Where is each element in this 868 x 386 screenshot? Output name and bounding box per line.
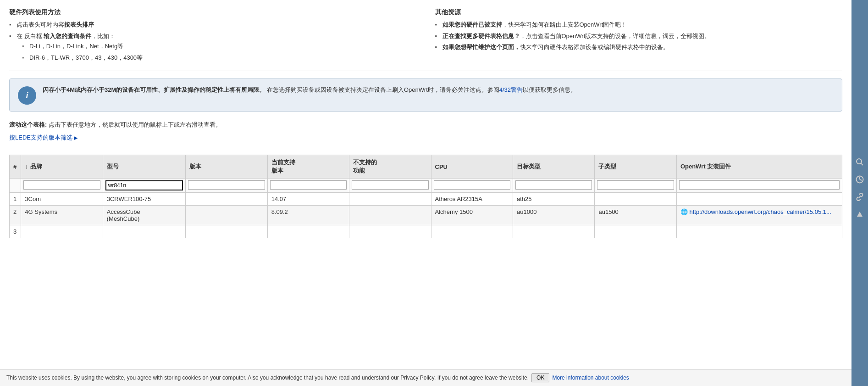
warning-link[interactable]: 4/32警告 <box>499 86 523 93</box>
col-target[interactable]: 目标类型 <box>513 155 595 179</box>
col-version[interactable]: 版本 <box>186 155 267 179</box>
table-header-row: # ↓ 品牌 型号 版本 当前支持版本 不支持的功能 CPU 目标类型 子类型 … <box>10 155 842 179</box>
filter-firmware[interactable] <box>679 180 840 190</box>
cell-current-support: 14.07 <box>267 193 349 206</box>
cell-model: 3CRWER100-75 <box>103 193 186 206</box>
table-row: 1 3Com 3CRWER100-75 14.07 Atheros AR2315… <box>10 193 842 206</box>
cell-firmware <box>676 225 842 238</box>
clock-icon[interactable] <box>854 173 866 185</box>
cell-cpu: Atheros AR2315A <box>431 193 513 206</box>
col-brand[interactable]: ↓ 品牌 <box>21 155 103 179</box>
filter-unsupported[interactable] <box>352 180 428 190</box>
cell-num: 3 <box>10 225 21 238</box>
table-row: 3 <box>10 225 842 238</box>
col-unsupported[interactable]: 不支持的功能 <box>349 155 431 179</box>
cell-subtype <box>595 225 676 238</box>
info-box: i 闪存小于4M或内存小于32M的设备在可用性、扩展性及操作的稳定性上将有所局限… <box>9 78 842 112</box>
cell-cpu <box>431 225 513 238</box>
arrow-up-icon[interactable] <box>854 208 866 220</box>
cell-model <box>103 225 186 238</box>
cell-subtype: au1500 <box>595 206 676 225</box>
cell-unsupported <box>349 193 431 206</box>
header-section: 硬件列表使用方法 点击表头可对内容按表头排序 在 反白框 输入您的查询条件，比如… <box>9 5 842 71</box>
cell-subtype <box>595 193 676 206</box>
cell-brand: 4G Systems <box>21 206 103 225</box>
cell-brand: 3Com <box>21 193 103 206</box>
cell-firmware <box>676 193 842 206</box>
left-title: 硬件列表使用方法 <box>9 8 417 17</box>
filter-cpu[interactable] <box>434 180 510 190</box>
right-list: 如果您的硬件已被支持，快来学习如何在路由上安装OpenWrt固件吧！ 正在查找更… <box>435 20 843 52</box>
cell-version <box>186 206 267 225</box>
info-icon: i <box>18 86 36 105</box>
filter-model[interactable] <box>105 180 183 190</box>
cell-target <box>513 225 595 238</box>
cell-current-support: 8.09.2 <box>267 206 349 225</box>
cell-unsupported <box>349 225 431 238</box>
cell-num: 2 <box>10 206 21 225</box>
cell-target: ath25 <box>513 193 595 206</box>
info-text: 闪存小于4M或内存小于32M的设备在可用性、扩展性及操作的稳定性上将有所局限。 … <box>43 85 576 95</box>
filter-version[interactable] <box>188 180 265 190</box>
scroll-notice: 滚动这个表格: 点击下表任意地方，然后就可以使用的鼠标上下或左右滑动查看。 <box>9 121 842 129</box>
filter-arrow: ▶ <box>74 135 77 141</box>
cookie-text: This website uses cookies. By using the … <box>6 375 529 381</box>
filter-current-support[interactable] <box>270 180 347 190</box>
right-item-1: 如果您的硬件已被支持，快来学习如何在路由上安装OpenWrt固件吧！ <box>435 20 843 29</box>
svg-line-4 <box>860 179 862 180</box>
cookie-ok-button[interactable]: OK <box>531 373 549 382</box>
right-item-3: 如果您想帮忙维护这个页面，快来学习向硬件表格添加设备或编辑硬件表格中的设备。 <box>435 43 843 52</box>
sub-list: D-Li，D-Lin，D-Link，Net，Netg等 DIR-6，TL-WR，… <box>17 42 417 62</box>
col-cpu[interactable]: CPU <box>431 155 513 179</box>
svg-marker-5 <box>857 212 862 217</box>
cell-unsupported <box>349 206 431 225</box>
hardware-table: # ↓ 品牌 型号 版本 当前支持版本 不支持的功能 CPU 目标类型 子类型 … <box>9 155 842 238</box>
cell-target: au1000 <box>513 206 595 225</box>
col-firmware[interactable]: OpenWrt 安装固件 <box>676 155 842 179</box>
col-subtype[interactable]: 子类型 <box>595 155 676 179</box>
right-item-2: 正在查找更多硬件表格信息？，点击查看当前OpenWrt版本支持的设备，详细信息，… <box>435 32 843 41</box>
left-item-1: 点击表头可对内容按表头排序 <box>9 20 417 29</box>
sub-item-2: DIR-6，TL-WR，3700，43，430，4300等 <box>22 53 417 62</box>
svg-point-0 <box>857 159 862 164</box>
link-icon[interactable] <box>854 191 866 203</box>
cell-current-support <box>267 225 349 238</box>
col-num: # <box>10 155 21 179</box>
sub-item-1: D-Li，D-Lin，D-Link，Net，Netg等 <box>22 42 417 51</box>
cell-version <box>186 225 267 238</box>
left-column: 硬件列表使用方法 点击表头可对内容按表头排序 在 反白框 输入您的查询条件，比如… <box>9 8 417 64</box>
search-icon[interactable] <box>854 156 866 168</box>
cookie-bar: This website uses cookies. By using the … <box>0 369 851 386</box>
cell-model: AccessCube(MeshCube) <box>103 206 186 225</box>
table-row: 2 4G Systems AccessCube(MeshCube) 8.09.2… <box>10 206 842 225</box>
right-title: 其他资源 <box>435 8 843 17</box>
filter-target[interactable] <box>515 180 592 190</box>
cell-cpu: Alchemy 1500 <box>431 206 513 225</box>
cell-brand <box>21 225 103 238</box>
left-item-2: 在 反白框 输入您的查询条件，比如： D-Li，D-Lin，D-Link，Net… <box>9 32 417 62</box>
cell-num: 1 <box>10 193 21 206</box>
filter-brand[interactable] <box>23 180 100 190</box>
table-filter-row <box>10 179 842 193</box>
cookie-more-info-link[interactable]: More information about cookies <box>552 375 629 381</box>
sidebar-right <box>851 0 868 386</box>
firmware-link[interactable]: http://downloads.openwrt.org/chaos_calme… <box>690 208 831 215</box>
col-current-support[interactable]: 当前支持版本 <box>267 155 349 179</box>
external-link-icon: 🌐 <box>680 208 688 215</box>
filter-subtype[interactable] <box>597 180 674 190</box>
filter-link-container: 按LEDE支持的版本筛选 ▶ <box>9 134 842 148</box>
filter-link[interactable]: 按LEDE支持的版本筛选 ▶ <box>9 134 77 142</box>
filter-link-label: 按LEDE支持的版本筛选 <box>9 134 72 142</box>
left-list: 点击表头可对内容按表头排序 在 反白框 输入您的查询条件，比如： D-Li，D-… <box>9 20 417 62</box>
svg-line-1 <box>861 163 863 166</box>
col-model[interactable]: 型号 <box>103 155 186 179</box>
right-column: 其他资源 如果您的硬件已被支持，快来学习如何在路由上安装OpenWrt固件吧！ … <box>435 8 843 64</box>
cell-version <box>186 193 267 206</box>
cell-firmware[interactable]: 🌐 http://downloads.openwrt.org/chaos_cal… <box>676 206 842 225</box>
